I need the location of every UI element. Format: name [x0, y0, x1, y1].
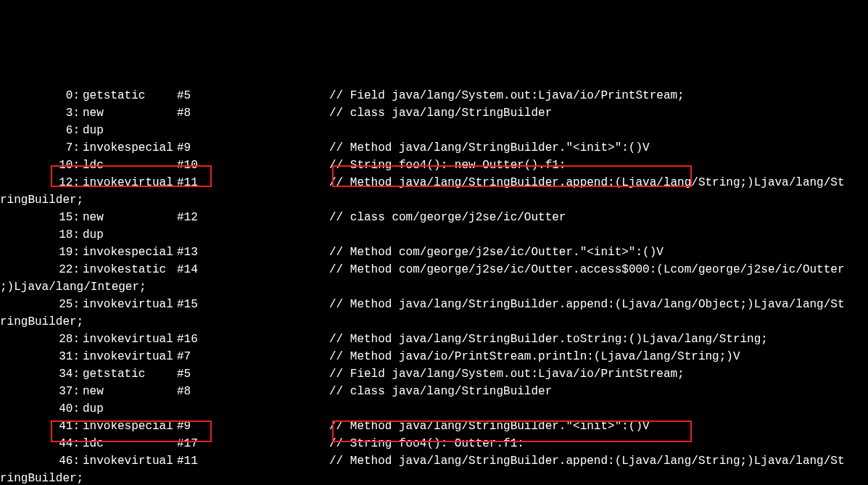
comment: // Method java/io/PrintStream.println:(L… — [329, 348, 740, 365]
offset: 7: — [0, 139, 83, 157]
opcode: invokevirtual — [83, 348, 177, 365]
offset: 41: — [0, 418, 83, 435]
code-line: 19:invokespecial#13// Method com/george/… — [0, 244, 868, 261]
code-line: 31:invokevirtual#7// Method java/io/Prin… — [0, 348, 868, 365]
comment: // Method java/lang/StringBuilder.toStri… — [329, 331, 768, 348]
constant-ref: #9 — [177, 418, 329, 435]
comment: // Method java/lang/StringBuilder.append… — [329, 174, 845, 191]
code-line: 44:ldc#17// String foo4(): Outter.f1: — [0, 435, 868, 452]
constant-ref — [177, 226, 329, 244]
code-line: 22:invokestatic#14// Method com/george/j… — [0, 261, 868, 278]
comment: // String foo4(): Outter.f1: — [329, 435, 524, 452]
constant-ref: #7 — [177, 348, 329, 365]
comment: // Method com/george/j2se/ic/Outter."<in… — [329, 244, 664, 261]
code-line-continuation: ;)Ljava/lang/Integer; — [0, 278, 868, 296]
comment: // Field java/lang/System.out:Ljava/io/P… — [329, 365, 685, 383]
offset: 6: — [0, 122, 83, 139]
comment: // Method java/lang/StringBuilder.append… — [329, 452, 845, 470]
code-line-continuation: ringBuilder; — [0, 470, 868, 485]
code-line: 18:dup — [0, 226, 868, 244]
offset: 0: — [0, 87, 83, 104]
comment: // class java/lang/StringBuilder — [329, 104, 552, 122]
constant-ref: #12 — [177, 209, 329, 226]
code-line: 12:invokevirtual#11// Method java/lang/S… — [0, 174, 868, 191]
opcode: invokevirtual — [83, 174, 177, 191]
comment: // class com/george/j2se/ic/Outter — [329, 209, 566, 226]
constant-ref — [177, 400, 329, 418]
constant-ref: #16 — [177, 331, 329, 348]
opcode: getstatic — [83, 365, 177, 383]
constant-ref: #14 — [177, 261, 329, 278]
code-line: 3:new#8// class java/lang/StringBuilder — [0, 104, 868, 122]
opcode: new — [83, 383, 177, 400]
opcode: invokevirtual — [83, 452, 177, 470]
comment: // Method java/lang/StringBuilder."<init… — [329, 418, 650, 435]
opcode: invokespecial — [83, 244, 177, 261]
constant-ref: #15 — [177, 296, 329, 313]
code-line: 37:new#8// class java/lang/StringBuilder — [0, 383, 868, 400]
offset: 3: — [0, 104, 83, 122]
constant-ref: #8 — [177, 383, 329, 400]
code-line: 6:dup — [0, 122, 868, 139]
code-line: 7:invokespecial#9// Method java/lang/Str… — [0, 139, 868, 157]
comment: // Field java/lang/System.out:Ljava/io/P… — [329, 87, 685, 104]
code-line: 40:dup — [0, 400, 868, 418]
comment: // Method com/george/j2se/ic/Outter.acce… — [329, 261, 845, 278]
opcode: new — [83, 209, 177, 226]
opcode: invokestatic — [83, 261, 177, 278]
comment: // Method java/lang/StringBuilder."<init… — [329, 139, 650, 157]
code-line: 34:getstatic#5// Field java/lang/System.… — [0, 365, 868, 383]
constant-ref: #11 — [177, 452, 329, 470]
opcode: dup — [83, 226, 177, 244]
offset: 46: — [0, 452, 83, 470]
code-line: 41:invokespecial#9// Method java/lang/St… — [0, 418, 868, 435]
comment: // class java/lang/StringBuilder — [329, 383, 552, 400]
code-line-continuation: ringBuilder; — [0, 313, 868, 331]
offset: 31: — [0, 348, 83, 365]
code-line: 0:getstatic#5// Field java/lang/System.o… — [0, 87, 868, 104]
constant-ref: #17 — [177, 435, 329, 452]
offset: 19: — [0, 244, 83, 261]
code-line: 28:invokevirtual#16// Method java/lang/S… — [0, 331, 868, 348]
constant-ref: #13 — [177, 244, 329, 261]
opcode: dup — [83, 122, 177, 139]
constant-ref: #10 — [177, 157, 329, 174]
constant-ref: #8 — [177, 104, 329, 122]
opcode: invokevirtual — [83, 331, 177, 348]
offset: 12: — [0, 174, 83, 191]
comment: // String foo4(): new Outter().f1: — [329, 157, 566, 174]
offset: 44: — [0, 435, 83, 452]
opcode: ldc — [83, 435, 177, 452]
code-line: 25:invokevirtual#15// Method java/lang/S… — [0, 296, 868, 313]
offset: 25: — [0, 296, 83, 313]
comment: // Method java/lang/StringBuilder.append… — [329, 296, 845, 313]
constant-ref: #11 — [177, 174, 329, 191]
offset: 10: — [0, 157, 83, 174]
code-line: 10:ldc#10// String foo4(): new Outter().… — [0, 157, 868, 174]
offset: 18: — [0, 226, 83, 244]
opcode: ldc — [83, 157, 177, 174]
offset: 34: — [0, 365, 83, 383]
offset: 28: — [0, 331, 83, 348]
bytecode-listing: 0:getstatic#5// Field java/lang/System.o… — [0, 87, 868, 485]
constant-ref — [177, 122, 329, 139]
opcode: dup — [83, 400, 177, 418]
opcode: invokespecial — [83, 418, 177, 435]
opcode: getstatic — [83, 87, 177, 104]
code-line: 46:invokevirtual#11// Method java/lang/S… — [0, 452, 868, 470]
code-line: 15:new#12// class com/george/j2se/ic/Out… — [0, 209, 868, 226]
constant-ref: #9 — [177, 139, 329, 157]
opcode: new — [83, 104, 177, 122]
offset: 37: — [0, 383, 83, 400]
offset: 22: — [0, 261, 83, 278]
offset: 15: — [0, 209, 83, 226]
opcode: invokespecial — [83, 139, 177, 157]
code-line-continuation: ringBuilder; — [0, 191, 868, 209]
constant-ref: #5 — [177, 365, 329, 383]
offset: 40: — [0, 400, 83, 418]
constant-ref: #5 — [177, 87, 329, 104]
opcode: invokevirtual — [83, 296, 177, 313]
